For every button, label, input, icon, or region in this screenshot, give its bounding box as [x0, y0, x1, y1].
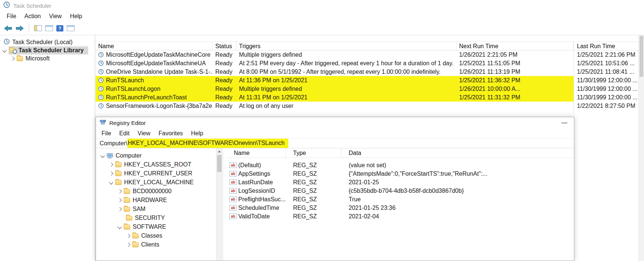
registry-tree-item[interactable]: Classes	[96, 231, 215, 240]
value-name: LogSessionID	[238, 186, 286, 195]
registry-tree-item[interactable]: Clients	[96, 240, 215, 249]
expander-icon[interactable]	[100, 153, 104, 158]
task-window-scrollbar[interactable]	[638, 35, 644, 261]
registry-value-row[interactable]: abPreflightHasSuc...REG_SZTrue	[226, 195, 574, 204]
expander-icon[interactable]	[109, 180, 113, 184]
menu-favorites[interactable]: Favorites	[155, 130, 187, 137]
forward-button[interactable]	[16, 25, 24, 32]
registry-address-bar[interactable]: Computer\HKEY_LOCAL_MACHINE\SOFTWARE\One…	[96, 138, 574, 148]
registry-value-row[interactable]: abLogSessionIDREG_SZ{c5b35bdb-b704-4db3-…	[226, 186, 574, 195]
tree-item-microsoft[interactable]: Microsoft	[0, 54, 95, 63]
registry-tree-item[interactable]: HKEY_CLASSES_ROOT	[96, 160, 215, 169]
show-console-tree-button[interactable]	[34, 25, 42, 31]
value-name: LastRunDate	[238, 178, 286, 186]
task-row[interactable]: OneDrive Standalone Update Task-S-1-...R…	[96, 67, 638, 76]
expander-icon[interactable]	[109, 162, 113, 166]
task-status-cell: Ready	[213, 59, 236, 67]
registry-key-folder-icon	[115, 171, 122, 176]
task-row[interactable]: SensorFramework-LogonTask-{3ba7a2e...Rea…	[96, 102, 638, 110]
expander-icon[interactable]	[109, 171, 113, 175]
expander-icon[interactable]	[117, 207, 122, 211]
menu-edit[interactable]: Edit	[115, 130, 134, 137]
task-row[interactable]: RunTSLaunchReadyAt 11:36 PM on 1/25/2021…	[96, 76, 638, 85]
console-tree-icon	[34, 25, 42, 31]
expander-icon[interactable]	[126, 234, 130, 238]
registry-key-folder-icon	[126, 216, 132, 221]
registry-tree-item[interactable]: Computer	[96, 151, 215, 160]
registry-value-row[interactable]: ab(Default)REG_SZ(value not set)	[226, 161, 574, 169]
scrollbar-thumb[interactable]	[640, 36, 643, 77]
column-header-name[interactable]: Name	[96, 42, 213, 50]
registry-tree-item[interactable]: SOFTWARE	[96, 222, 215, 231]
registry-tree-scrollbar[interactable]	[216, 148, 222, 260]
registry-key-folder-icon	[124, 198, 130, 203]
value-name: AppSettings	[238, 169, 286, 178]
minimize-button[interactable]: —	[561, 117, 567, 128]
toolbar-separator	[29, 24, 29, 32]
column-header-triggers[interactable]: Triggers	[236, 42, 457, 50]
expander-icon[interactable]	[126, 242, 130, 247]
column-header-name[interactable]: Name	[226, 148, 286, 158]
reg-sz-icon: ab	[229, 171, 237, 176]
menu-file[interactable]: File	[3, 13, 20, 20]
expander-icon[interactable]	[117, 198, 122, 202]
action-pane-icon	[67, 25, 74, 31]
help-button[interactable]: ?	[56, 25, 63, 32]
column-header-status[interactable]: Status	[213, 42, 236, 50]
folder-icon	[17, 56, 23, 61]
registry-value-row[interactable]: abScheduledTimeREG_SZ2021-01-25 23:36	[226, 204, 574, 212]
value-type: REG_SZ	[293, 212, 341, 221]
menu-help[interactable]: Help	[66, 13, 86, 20]
registry-tree-item[interactable]: SAM	[96, 205, 215, 214]
expander-down-icon[interactable]	[2, 48, 6, 52]
back-button[interactable]	[4, 25, 12, 32]
registry-key-label: BCD00000000	[133, 188, 172, 195]
export-list-button[interactable]	[45, 25, 53, 31]
column-header-data[interactable]: Data	[341, 148, 574, 158]
registry-value-row[interactable]: abAppSettingsREG_SZ{"AttemptsMade":0,"Fo…	[226, 169, 574, 178]
menu-file[interactable]: File	[97, 130, 115, 137]
registry-titlebar[interactable]: Registry Editor —	[96, 117, 574, 128]
menu-view[interactable]: View	[133, 130, 154, 137]
registry-key-label: SECURITY	[135, 215, 165, 221]
pane-divider[interactable]	[223, 148, 223, 261]
task-row[interactable]: MicrosoftEdgeUpdateTaskMachineUAReadyAt …	[96, 59, 638, 67]
task-triggers-cell: At 8:00 PM on 5/1/1992 - After triggered…	[236, 67, 457, 76]
tree-item-task-scheduler-library[interactable]: Task Scheduler Library	[0, 46, 95, 54]
column-header-last-run-time[interactable]: Last Run Time	[574, 42, 638, 50]
registry-tree-item[interactable]: HKEY_LOCAL_MACHINE	[96, 178, 215, 187]
registry-editor-window: Registry Editor — File Edit View Favorit…	[96, 117, 574, 261]
value-data: (value not set)	[349, 161, 572, 169]
expander-right-icon[interactable]	[10, 56, 14, 60]
task-status-cell: Ready	[213, 76, 236, 85]
scrollbar-thumb[interactable]	[217, 155, 222, 172]
expander-icon[interactable]	[117, 225, 122, 229]
registry-tree-item[interactable]: BCD00000000	[96, 187, 215, 196]
menu-action[interactable]: Action	[20, 13, 45, 20]
task-row[interactable]: MicrosoftEdgeUpdateTaskMachineCoreReadyM…	[96, 50, 638, 59]
registry-value-row[interactable]: abValidToDateREG_SZ2021-02-04	[226, 212, 574, 221]
registry-value-row[interactable]: abLastRunDateREG_SZ2021-01-25	[226, 178, 574, 186]
menu-help[interactable]: Help	[187, 130, 208, 137]
task-row[interactable]: RunTSLaunchPreLaunchToastReadyAt 11:31 P…	[96, 93, 638, 102]
menu-view[interactable]: View	[45, 13, 66, 20]
registry-tree-item[interactable]: HARDWARE	[96, 196, 215, 205]
value-type: REG_SZ	[293, 204, 341, 212]
column-header-type[interactable]: Type	[286, 148, 341, 158]
column-header-next-run-time[interactable]: Next Run Time	[457, 42, 574, 50]
registry-key-label: HKEY_LOCAL_MACHINE	[124, 179, 194, 186]
expander-icon[interactable]	[117, 189, 122, 193]
value-name: PreflightHasSuc...	[238, 195, 286, 204]
value-name: ValidToDate	[238, 212, 286, 221]
task-row[interactable]: RunTSLaunchLogonReadyMultiple triggers d…	[96, 85, 638, 93]
tree-item-task-scheduler-local[interactable]: Task Scheduler (Local)	[0, 38, 95, 46]
task-last-run-cell: 11/30/1999 12:00:00 ...	[574, 76, 638, 85]
scroll-up-arrow-icon[interactable]	[218, 151, 221, 152]
registry-tree-item[interactable]: HKEY_CURRENT_USER	[96, 169, 215, 178]
registry-tree-item[interactable]: SECURITY	[96, 214, 215, 222]
registry-tree: ComputerHKEY_CLASSES_ROOTHKEY_CURRENT_US…	[96, 148, 215, 261]
task-last-run-cell: 11/30/1999 12:00:00 ...	[574, 85, 638, 93]
show-action-pane-button[interactable]	[67, 25, 74, 31]
tree-library-label: Task Scheduler Library	[19, 47, 84, 54]
task-scheduler-titlebar[interactable]: Task Scheduler	[0, 0, 644, 11]
